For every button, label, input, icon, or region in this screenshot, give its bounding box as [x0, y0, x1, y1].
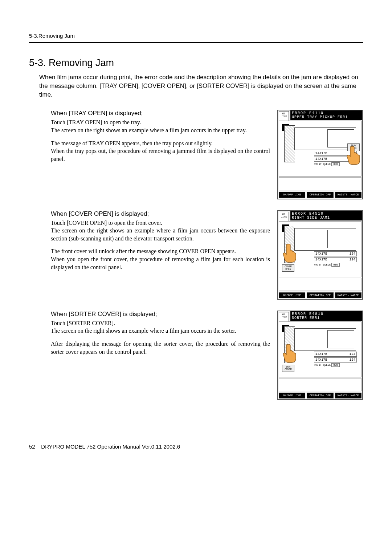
page-number: 52	[29, 443, 35, 450]
header-rule	[29, 42, 363, 43]
operation-off-button[interactable]: OPERATION OFF	[307, 192, 333, 198]
running-header: 5-3.Removing Jam	[29, 33, 363, 39]
machine-console	[284, 226, 295, 263]
online-indicator: ON LINE	[279, 111, 289, 121]
tray-info: 14X17B124 14X17B124 PRINT QUEUE000	[314, 251, 357, 267]
tray-info: 14X17B124 14X17B124 PRINT QUEUE000	[314, 352, 357, 367]
subheading: When [COVER OPEN] is displayed;	[51, 210, 270, 218]
machine-body	[294, 228, 356, 251]
body-text: Touch [COVER OPEN] to open the front cov…	[51, 219, 270, 243]
status-bar	[279, 177, 362, 190]
side-button[interactable]: TRAY OPEN	[347, 143, 360, 151]
body-text: Touch [SORTER COVER].The screen on the r…	[51, 319, 270, 335]
page-footer: 52 DRYPRO MODEL 752 Operation Manual Ver…	[29, 443, 363, 450]
body-text: The front cover will unlock after the me…	[51, 247, 270, 271]
onoff-line-button[interactable]: ON/OFF LINE	[279, 192, 305, 198]
body-text: The message of TRAY OPEN appears, then t…	[51, 139, 270, 163]
side-button[interactable]: COVER OPEN	[282, 264, 294, 272]
side-button[interactable]: SOR COVER	[282, 365, 294, 372]
section-cover-open: When [COVER OPEN] is displayed; Touch [C…	[29, 210, 363, 300]
panel-figure: ON LINE ERROR E4110 UPPER TRAY PICKUP ER…	[277, 110, 363, 199]
operation-off-button[interactable]: OPERATION OFF	[307, 393, 333, 398]
machine-console	[284, 326, 295, 363]
maintenance-button[interactable]: MAINTE- NANCE	[335, 393, 362, 398]
onoff-line-button[interactable]: ON/OFF LINE	[279, 393, 305, 398]
machine-body	[294, 127, 356, 150]
maintenance-button[interactable]: MAINTE- NANCE	[335, 292, 362, 298]
onoff-line-button[interactable]: ON/OFF LINE	[279, 292, 305, 298]
section-tray-open: When [TRAY OPEN] is displayed; Touch [TR…	[29, 110, 363, 199]
tray-info: 14X17B12 14X17B11 PRINT QUEUE000	[314, 151, 357, 166]
online-indicator: ON LINE	[279, 212, 289, 222]
body-text: After displaying the message for opening…	[51, 340, 270, 356]
subheading: When [SORTER COVER] is displayed;	[51, 311, 270, 318]
panel-figure: ON LINE ERROR E4810 SORTER ERR1 14X17B12…	[277, 311, 363, 400]
error-message-bar: ERROR E4810 SORTER ERR1	[290, 311, 362, 321]
machine-console	[284, 125, 295, 162]
operation-off-button[interactable]: OPERATION OFF	[307, 292, 333, 298]
maintenance-button[interactable]: MAINTE- NANCE	[335, 192, 362, 198]
status-bar	[279, 278, 362, 291]
error-message-bar: ERROR E4110 UPPER TRAY PICKUP ERR1	[290, 110, 362, 120]
status-bar	[279, 378, 362, 391]
footer-text: DRYPRO MODEL 752 Operation Manual Ver.0.…	[41, 443, 180, 450]
body-text: Touch [TRAY OPEN] to open the tray.The s…	[51, 118, 270, 134]
section-sorter-cover: When [SORTER COVER] is displayed; Touch …	[29, 311, 363, 400]
section-heading: 5-3. Removing Jam	[29, 57, 363, 69]
intro-paragraph: When film jams occur during print, the e…	[29, 73, 363, 99]
subheading: When [TRAY OPEN] is displayed;	[51, 110, 270, 117]
panel-figure: ON LINE ERROR E4510 RIGHT SIDE JAM1 14X1…	[277, 210, 363, 300]
error-message-bar: ERROR E4510 RIGHT SIDE JAM1	[290, 211, 362, 220]
machine-body	[294, 328, 356, 351]
online-indicator: ON LINE	[279, 312, 289, 322]
